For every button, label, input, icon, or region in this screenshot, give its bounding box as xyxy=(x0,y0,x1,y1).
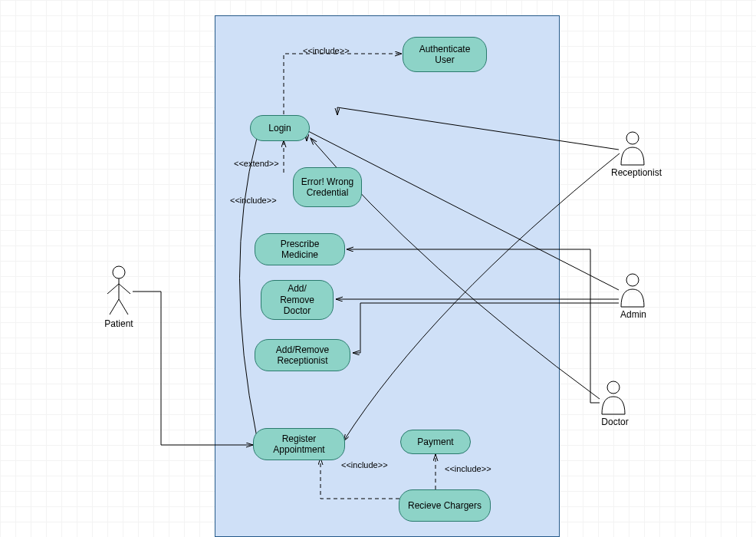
edge-receptionist-register xyxy=(343,153,620,441)
svg-point-8 xyxy=(607,381,620,394)
svg-line-2 xyxy=(107,284,119,294)
svg-point-7 xyxy=(626,274,639,286)
edge-login-authenticate xyxy=(284,54,402,114)
label-receptionist: Receptionist xyxy=(606,167,667,178)
usecase-add-remove-doctor: Add/ Remove Doctor xyxy=(261,280,334,320)
stereo-include-left: <<include>> xyxy=(230,196,277,205)
stereo-include-payment: <<include>> xyxy=(445,464,491,473)
svg-line-3 xyxy=(119,284,130,294)
actor-admin xyxy=(621,274,644,307)
edge-admin-recept xyxy=(353,303,619,353)
edge-login-curve xyxy=(240,138,258,437)
label-patient: Patient xyxy=(104,318,134,329)
label-doctor: Doctor xyxy=(600,417,630,427)
usecase-payment: Payment xyxy=(400,430,471,454)
diagram-canvas: Authenticate User Login Error! Wrong Cre… xyxy=(0,0,756,537)
usecase-recieve-chargers: Recieve Chargers xyxy=(399,489,491,522)
stereo-include-auth: <<include>> xyxy=(303,46,350,55)
usecase-login: Login xyxy=(250,115,310,141)
svg-line-4 xyxy=(110,299,119,315)
svg-point-0 xyxy=(113,266,125,278)
usecase-add-remove-receptionist: Add/Remove Receptionist xyxy=(255,339,350,371)
label-admin: Admin xyxy=(618,309,649,320)
actor-doctor xyxy=(602,381,625,414)
actor-receptionist xyxy=(621,132,644,165)
svg-point-6 xyxy=(626,132,639,144)
edge-receptionist-login xyxy=(337,107,619,150)
connector-layer xyxy=(0,0,756,537)
edge-patient-register xyxy=(133,292,253,445)
usecase-authenticate-user: Authenticate User xyxy=(403,37,487,72)
stereo-extend-error: <<extend>> xyxy=(234,159,279,168)
usecase-error-wrong-credential: Error! Wrong Credential xyxy=(293,167,362,207)
usecase-register-appointment: Register Appointment xyxy=(253,428,345,460)
svg-line-5 xyxy=(119,299,128,315)
edge-doctor-prescribe xyxy=(347,249,600,403)
actor-patient xyxy=(107,266,130,315)
stereo-include-register: <<include>> xyxy=(341,460,388,469)
usecase-prescribe-medicine: Prescribe Medicine xyxy=(255,233,345,265)
edge-admin-login xyxy=(307,130,619,290)
